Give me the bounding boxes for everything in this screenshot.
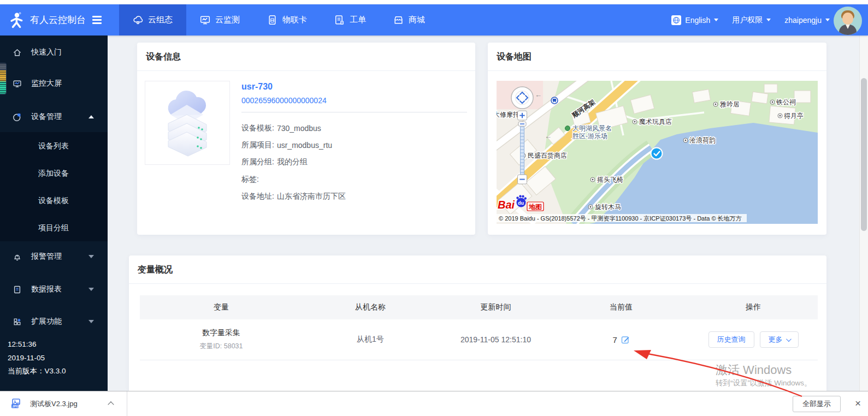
map-pan-control[interactable] — [511, 87, 533, 109]
device-field-tags: 标签: — [241, 171, 346, 188]
chevron-down-icon — [714, 19, 718, 21]
sidebar-item-label: 扩展功能 — [31, 317, 62, 326]
sidebar-item-data-reports[interactable]: 数据报表 — [0, 277, 108, 302]
street-arrow: ← — [545, 132, 552, 140]
version-label: 当前版本：V3.3.0 — [8, 365, 66, 378]
tab-mall[interactable]: 商城 — [380, 4, 439, 35]
browser-download-bar: JPG 测试板V2.3.jpg 全部显示 × — [0, 391, 868, 416]
variable-id: 变量ID: 58031 — [140, 342, 303, 351]
divider — [127, 391, 127, 416]
poi-label: 大明湖风景名 — [572, 124, 612, 132]
poi-label: 魔术玩具店 — [639, 118, 672, 126]
svg-text:Bai: Bai — [498, 199, 515, 211]
poi-label: 雅吟居 — [719, 100, 740, 108]
downloaded-file-chip[interactable]: JPG 测试板V2.3.jpg — [0, 391, 78, 416]
slave-name: 从机1号 — [303, 335, 438, 344]
poi-label: 得月亭 — [784, 112, 804, 120]
device-image — [145, 81, 230, 165]
tab-label: 云组态 — [148, 15, 173, 25]
minimized-widget-handle[interactable] — [0, 63, 7, 94]
main-content: 设备信息 — [108, 35, 868, 391]
current-value: 7 — [612, 335, 617, 344]
sidebar-subitem-add-device[interactable]: 添加设备 — [0, 159, 108, 187]
home-icon — [13, 48, 22, 57]
table-row: 数字量采集 变量ID: 58031 从机1号 2019-11-05 12:51:… — [140, 319, 818, 360]
variable-name: 数字量采集 — [140, 328, 303, 338]
device-field-template: 设备模板: 730_modbus — [241, 120, 346, 136]
tab-label: 工单 — [350, 15, 366, 25]
device-fields: 设备模板: 730_modbus 所属项目: usr_modbus_rtu 所属… — [241, 120, 346, 205]
cloud-icon — [133, 15, 143, 25]
edit-value-icon[interactable] — [621, 335, 630, 344]
sidebar-item-device-management[interactable]: 设备管理 — [0, 104, 108, 129]
report-icon — [13, 285, 22, 294]
chevron-down-icon — [88, 288, 94, 291]
more-actions-button[interactable]: 更多 — [760, 331, 799, 348]
poi-label: 沧浪荷韵 — [689, 136, 716, 144]
tab-work-order[interactable]: 工单 — [321, 4, 380, 35]
col-header-actions: 操作 — [689, 302, 818, 312]
tab-cloud-scada[interactable]: 云组态 — [119, 4, 186, 35]
chevron-down-icon — [825, 19, 830, 21]
update-time: 2019-11-05 12:51:10 — [438, 335, 553, 344]
park-tree-icon — [565, 126, 570, 131]
device-name-link[interactable]: usr-730 — [241, 82, 273, 92]
sidebar-subitem-project-group[interactable]: 项目分组 — [0, 214, 108, 241]
vertical-scrollbar[interactable] — [859, 35, 868, 391]
close-download-bar-icon[interactable]: × — [855, 397, 861, 410]
map-edge-label: 大修摩托 — [497, 111, 519, 118]
device-id-link[interactable]: 00026596000000000024 — [241, 96, 327, 105]
windows-activation-watermark: 激活 Windows — [716, 362, 792, 378]
show-all-downloads-button[interactable]: 全部显示 — [793, 396, 841, 412]
history-query-button[interactable]: 历史查询 — [708, 331, 754, 348]
sidebar-item-label: 设备管理 — [31, 112, 62, 122]
tab-label: 云监测 — [215, 15, 240, 25]
globe-icon — [671, 15, 681, 25]
language-selector[interactable]: English — [671, 15, 718, 25]
alarm-icon — [13, 252, 22, 262]
jpg-file-icon: JPG — [11, 399, 23, 409]
hamburger-menu-icon[interactable] — [92, 16, 102, 24]
sidebar-item-quick-start[interactable]: 快速入门 — [0, 40, 108, 65]
sim-card-icon — [267, 15, 277, 25]
sidebar-item-big-screen[interactable]: 监控大屏 — [0, 71, 108, 96]
svg-text:地图: 地图 — [528, 203, 542, 211]
device-field-group: 所属分组: 我的分组 — [241, 154, 346, 171]
sidebar-subitem-device-list[interactable]: 设备列表 — [0, 132, 108, 159]
sidebar-item-alarm-management[interactable]: 报警管理 — [0, 244, 108, 269]
chevron-up-icon — [88, 115, 94, 118]
sidebar-subitem-device-template[interactable]: 设备模板 — [0, 187, 108, 214]
downloaded-filename: 测试板V2.3.jpg — [30, 399, 78, 409]
sidebar-item-label: 监控大屏 — [31, 79, 62, 88]
sidebar-item-extensions[interactable]: 扩展功能 — [0, 309, 108, 334]
poi-label: 铁公祠 — [776, 98, 796, 106]
scrollbar-thumb[interactable] — [861, 78, 867, 231]
sidebar: 快速入门 监控大屏 设备管理 设备列表 添加设备 设备模板 项目分组 报警管理 — [0, 35, 108, 391]
bus-stop-icon — [551, 97, 558, 104]
chevron-down-icon — [786, 336, 792, 342]
device-field-project: 所属项目: usr_modbus_rtu — [241, 136, 346, 153]
user-permissions-menu[interactable]: 用户权限 — [732, 15, 771, 25]
tab-iot-card[interactable]: 物联卡 — [253, 4, 321, 35]
work-order-icon — [334, 15, 345, 25]
cloud-server-illustration — [152, 87, 223, 158]
device-location-marker[interactable] — [651, 148, 663, 159]
panel-title: 设备地图 — [488, 43, 826, 71]
col-header-update-time: 更新时间 — [438, 302, 553, 312]
baidu-map[interactable]: ← ← 顺河高架 大修摩托 — [497, 81, 818, 224]
divider — [241, 112, 467, 112]
tab-label: 物联卡 — [282, 15, 307, 25]
poi-label: 民盛百货商店 — [528, 152, 567, 159]
col-header-variable: 变量 — [140, 302, 303, 312]
svg-text:JPG: JPG — [13, 404, 19, 407]
tab-cloud-monitor[interactable]: 云监测 — [186, 4, 253, 35]
avatar[interactable] — [834, 7, 862, 35]
sidebar-clock: 12:51:36 2019-11-05 当前版本：V3.3.0 — [8, 338, 66, 378]
device-map-panel: 设备地图 — [488, 43, 826, 235]
file-menu-chevron-icon[interactable] — [108, 401, 114, 407]
poi-label: 胜区-游乐场 — [572, 132, 607, 140]
account-menu[interactable]: zhaipengju — [784, 16, 830, 25]
device-management-icon — [13, 112, 22, 122]
brand-area: 有人云控制台 — [0, 4, 119, 35]
permissions-label: 用户权限 — [732, 15, 763, 25]
